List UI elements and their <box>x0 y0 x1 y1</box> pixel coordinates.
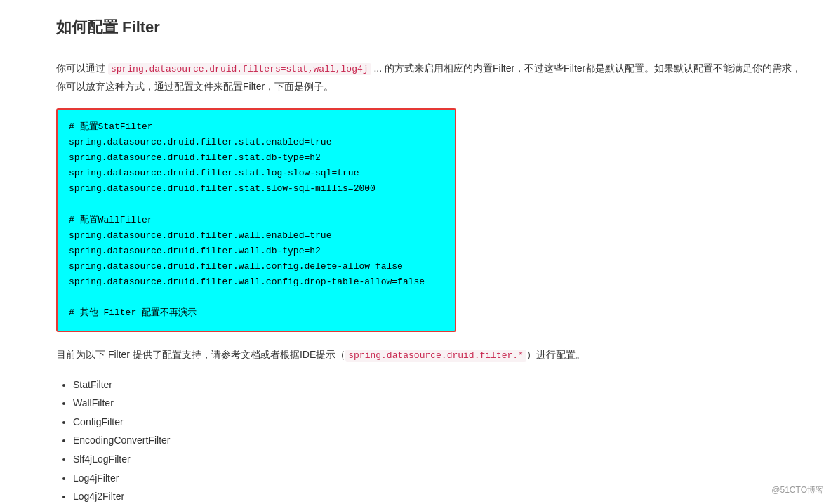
list-item: WallFilter <box>73 394 803 413</box>
list-item: EncodingConvertFilter <box>73 431 803 450</box>
section-paragraph: 目前为以下 Filter 提供了配置支持，请参考文档或者根据IDE提示（spri… <box>56 346 803 364</box>
intro-text-before: 你可以通过 <box>56 62 108 74</box>
watermark: @51CTO博客 <box>771 483 824 497</box>
section-inline-code: spring.datasource.druid.filter.* <box>345 350 526 362</box>
intro-paragraph: 你可以通过 spring.datasource.druid.filters=st… <box>56 60 803 95</box>
list-item: Log4jFilter <box>73 469 803 488</box>
list-item: Slf4jLogFilter <box>73 450 803 469</box>
list-item: Log4j2Filter <box>73 487 803 504</box>
filter-list: StatFilterWallFilterConfigFilterEncoding… <box>73 376 803 504</box>
page-title: 如何配置 Filter <box>56 14 803 47</box>
section-text-after: ）进行配置。 <box>526 349 585 360</box>
config-code-block: # 配置StatFilter spring.datasource.druid.f… <box>56 108 456 332</box>
list-item: ConfigFilter <box>73 413 803 432</box>
section-text-before: 目前为以下 Filter 提供了配置支持，请参考文档或者根据IDE提示（ <box>56 349 345 360</box>
list-item: StatFilter <box>73 376 803 394</box>
intro-inline-code: spring.datasource.druid.filters=stat,wal… <box>108 63 371 75</box>
